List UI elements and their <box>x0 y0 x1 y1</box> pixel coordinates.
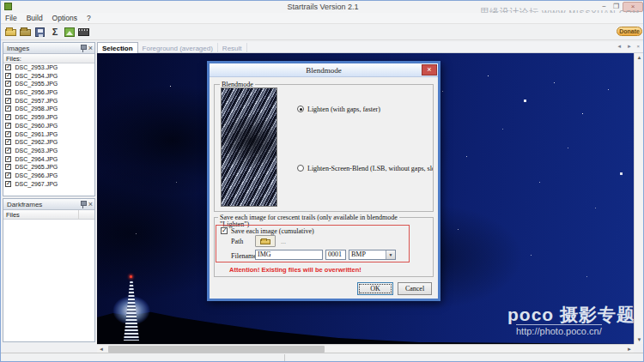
file-checkbox[interactable]: ✓ <box>5 123 11 129</box>
radio-lighten-label: Lighten (with gaps, faster) <box>307 106 380 113</box>
build-video-button[interactable] <box>77 26 91 39</box>
pin-icon[interactable] <box>81 200 85 207</box>
check-icon: ✓ <box>6 105 11 112</box>
scroll-down-icon[interactable]: ▼ <box>635 337 644 342</box>
file-checkbox[interactable]: ✓ <box>5 64 11 70</box>
menu-item[interactable]: File <box>5 13 17 24</box>
file-item[interactable]: ✓ DSC_2953.JPG <box>3 63 94 72</box>
images-file-list: ✓ DSC_2953.JPG ✓ DSC_2954.JPG ✓ DSC_2955… <box>3 63 94 196</box>
file-name: DSC_2963.JPG <box>15 148 58 154</box>
darkframes-panel-header[interactable]: Darkframes × <box>3 199 94 210</box>
images-panel-title: Images <box>7 45 29 52</box>
check-icon: ✓ <box>6 138 11 145</box>
column-divider[interactable] <box>78 210 79 220</box>
tab-selection[interactable]: Selection <box>97 42 138 53</box>
pin-icon[interactable] <box>81 44 85 51</box>
file-checkbox[interactable]: ✓ <box>5 81 11 87</box>
file-checkbox[interactable]: ✓ <box>5 98 11 104</box>
file-item[interactable]: ✓ DSC_2955.JPG <box>3 80 94 88</box>
radio-selected-icon[interactable] <box>297 106 304 112</box>
radio-lsb-option[interactable]: Lighten-Screen-Blend (LSB, without gaps,… <box>297 165 433 172</box>
chevron-down-icon[interactable]: ▼ <box>386 250 395 259</box>
dialog-title-bar[interactable]: Blendmode <box>210 63 438 77</box>
file-checkbox[interactable]: ✓ <box>5 73 11 79</box>
file-checkbox[interactable]: ✓ <box>5 172 11 178</box>
browse-path-button[interactable] <box>255 235 276 247</box>
scrollbar-thumb[interactable] <box>108 346 325 353</box>
format-dropdown[interactable]: BMP ▼ <box>349 250 396 260</box>
path-label: Path <box>231 238 243 245</box>
file-item[interactable]: ✓ DSC_2954.JPG <box>3 72 94 81</box>
vertical-scrollbar[interactable]: ▲ ▼ <box>634 53 644 344</box>
file-name: DSC_2962.JPG <box>15 139 58 145</box>
images-panel: Images × Files: ✓ DSC_2953.JPG ✓ DSC_295… <box>3 42 95 196</box>
file-item[interactable]: ✓ DSC_2966.JPG <box>3 172 94 180</box>
file-name: DSC_2954.JPG <box>15 73 58 79</box>
check-icon: ✓ <box>6 72 11 79</box>
file-item[interactable]: ✓ DSC_2962.JPG <box>3 138 94 147</box>
sigma-icon: Σ <box>48 26 62 38</box>
open-images-button[interactable] <box>4 26 18 39</box>
donate-button[interactable]: Donate <box>617 27 642 36</box>
toolbar: Σ Donate <box>1 24 644 40</box>
check-icon: ✓ <box>6 97 11 104</box>
file-checkbox[interactable]: ✓ <box>5 114 11 120</box>
path-value: ... <box>281 238 286 245</box>
file-item[interactable]: ✓ DSC_2960.JPG <box>3 122 94 130</box>
file-item[interactable]: ✓ DSC_2958.JPG <box>3 105 94 113</box>
scroll-left-icon[interactable]: ◄ <box>99 347 104 352</box>
check-icon: ✓ <box>6 122 11 129</box>
checkbox-checked-icon[interactable]: ✓ <box>221 227 228 234</box>
file-name: DSC_2957.JPG <box>15 98 58 104</box>
images-files-header[interactable]: Files: <box>3 54 94 63</box>
file-checkbox[interactable]: ✓ <box>5 89 11 95</box>
file-checkbox[interactable]: ✓ <box>5 181 11 187</box>
file-item[interactable]: ✓ DSC_2957.JPG <box>3 97 94 106</box>
file-item[interactable]: ✓ DSC_2956.JPG <box>3 88 94 97</box>
radio-lighten-option[interactable]: Lighten (with gaps, faster) <box>297 106 380 113</box>
save-each-image-checkbox[interactable]: ✓Save each image (cumulative) <box>221 227 314 235</box>
file-checkbox[interactable]: ✓ <box>5 139 11 145</box>
save-checkbox-label: Save each image (cumulative) <box>231 227 314 235</box>
horizontal-scrollbar[interactable]: ◄ ► <box>97 344 634 353</box>
dialog-title: Blendmode <box>210 66 438 75</box>
scroll-up-icon[interactable]: ▲ <box>635 55 644 60</box>
ok-button[interactable]: OK <box>357 282 393 295</box>
scroll-right-icon[interactable]: ► <box>627 347 632 352</box>
tab-scroll-buttons[interactable]: ◄ ► × <box>617 44 641 49</box>
menu-item[interactable]: Options <box>52 13 77 24</box>
file-checkbox[interactable]: ✓ <box>5 156 11 162</box>
file-item[interactable]: ✓ DSC_2967.JPG <box>3 180 94 189</box>
open-darkframes-button[interactable] <box>19 26 33 39</box>
panel-close-icon[interactable]: × <box>88 199 93 209</box>
overwrite-warning: Attention! Existing files will be overwr… <box>229 266 361 274</box>
file-item[interactable]: ✓ DSC_2963.JPG <box>3 147 94 155</box>
poco-logo-text: poco 摄影专题 <box>507 305 634 324</box>
dialog-close-button[interactable]: × <box>422 64 437 75</box>
file-checkbox[interactable]: ✓ <box>5 148 11 154</box>
menu-item[interactable]: ? <box>87 13 91 24</box>
radio-unselected-icon[interactable] <box>297 165 304 172</box>
build-startrails-button[interactable]: Σ <box>48 26 62 39</box>
poco-watermark: poco 摄影专题 http://photo.poco.cn/ <box>507 305 634 336</box>
radio-lsb-label: Lighten-Screen-Blend (LSB, without gaps,… <box>307 165 433 172</box>
file-item[interactable]: ✓ DSC_2965.JPG <box>3 163 94 172</box>
file-item[interactable]: ✓ DSC_2964.JPG <box>3 155 94 164</box>
menu-item[interactable]: Build <box>27 13 43 24</box>
file-checkbox[interactable]: ✓ <box>5 106 11 112</box>
file-checkbox[interactable]: ✓ <box>5 131 11 137</box>
status-bar <box>1 353 644 362</box>
file-item[interactable]: ✓ DSC_2961.JPG <box>3 130 94 139</box>
save-button[interactable] <box>33 26 47 39</box>
save-icon <box>35 27 45 37</box>
file-checkbox[interactable]: ✓ <box>5 164 11 170</box>
counter-field[interactable]: 0001 <box>325 250 346 260</box>
images-panel-header[interactable]: Images × <box>3 43 94 54</box>
darkframes-files-header[interactable]: Files <box>3 210 94 220</box>
panel-close-icon[interactable]: × <box>88 43 93 53</box>
file-name: DSC_2956.JPG <box>15 89 58 95</box>
cancel-button[interactable]: Cancel <box>398 282 432 295</box>
filename-input[interactable]: IMG <box>255 250 323 260</box>
file-item[interactable]: ✓ DSC_2959.JPG <box>3 113 94 122</box>
build-image-button[interactable] <box>63 26 76 39</box>
